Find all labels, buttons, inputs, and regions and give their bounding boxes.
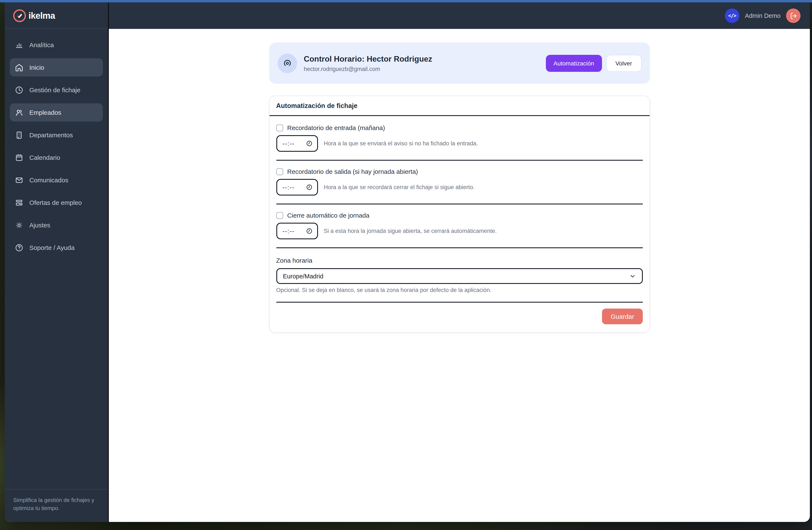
user-name: Admin Demo <box>745 12 781 19</box>
kanban-icon <box>15 198 24 207</box>
brand-check-icon <box>13 9 26 22</box>
employee-email: hector.rodriguezb@gmail.com <box>304 66 432 72</box>
clock-icon <box>306 184 312 190</box>
exit-time-input[interactable]: --:-- <box>276 179 318 195</box>
sidebar-item-label: Departamentos <box>29 131 73 138</box>
entry-reminder-checkbox[interactable] <box>276 124 283 131</box>
sidebar-item-ajustes[interactable]: Ajustes <box>10 216 103 234</box>
time-value: --:-- <box>282 140 295 147</box>
timezone-label: Zona horaria <box>276 257 642 264</box>
sidebar-item-inicio[interactable]: Inicio <box>10 58 103 76</box>
sidebar: ikelma Analítica Inicio Gestión de ficha… <box>5 2 109 522</box>
sidebar-item-comunicados[interactable]: Comunicados <box>10 171 103 189</box>
form-title: Automatización de fichaje <box>269 96 649 116</box>
exit-reminder-label: Recordatorio de salida (si hay jornada a… <box>287 168 418 175</box>
calendar-icon <box>15 153 24 162</box>
window-top-edge <box>0 0 812 2</box>
bar-chart-icon <box>15 41 24 49</box>
automation-button[interactable]: Automatización <box>546 55 602 72</box>
entry-helper-text: Hora a la que se enviará el aviso si no … <box>324 140 478 147</box>
auto-close-time-input[interactable]: --:-- <box>276 223 318 239</box>
auto-close-checkbox[interactable] <box>276 212 283 219</box>
employee-hero-card: Control Horario: Hector Rodriguez hector… <box>269 43 650 84</box>
entry-reminder-section: Recordatorio de entrada (mañana) --:-- H… <box>276 117 642 161</box>
time-value: --:-- <box>282 184 295 191</box>
top-bar: </> Admin Demo <box>109 2 810 29</box>
hero-actions: Automatización Volver <box>546 55 641 72</box>
sidebar-item-label: Gestión de fichaje <box>29 86 81 93</box>
form-body: Recordatorio de entrada (mañana) --:-- H… <box>269 116 649 303</box>
main-area: Control Horario: Hector Rodriguez hector… <box>109 29 810 522</box>
screen: ikelma Analítica Inicio Gestión de ficha… <box>0 0 812 530</box>
exit-helper-text: Hora a la que se recordará cerrar el fic… <box>324 184 475 190</box>
logout-icon <box>790 12 797 19</box>
exit-reminder-section: Recordatorio de salida (si hay jornada a… <box>276 161 642 204</box>
sidebar-item-analitica[interactable]: Analítica <box>10 36 103 54</box>
users-icon <box>15 108 24 117</box>
form-footer: Guardar <box>269 303 649 333</box>
page-title: Control Horario: Hector Rodriguez <box>304 54 432 63</box>
sidebar-item-label: Soporte / Ayuda <box>29 244 75 251</box>
home-icon <box>15 63 24 72</box>
exit-reminder-checkbox[interactable] <box>276 168 283 175</box>
sidebar-item-label: Analítica <box>29 41 54 48</box>
sidebar-item-label: Comunicados <box>29 176 68 183</box>
automation-form-card: Automatización de fichaje Recordatorio d… <box>269 95 650 333</box>
timezone-helper-text: Opcional. Si se deja en blanco, se usará… <box>276 287 642 293</box>
content-column: Control Horario: Hector Rodriguez hector… <box>269 43 650 333</box>
building-icon <box>15 131 24 139</box>
code-icon: </> <box>728 13 736 19</box>
sidebar-item-ofertas-empleo[interactable]: Ofertas de empleo <box>10 193 103 212</box>
time-value: --:-- <box>282 227 295 234</box>
sidebar-item-label: Ajustes <box>29 221 50 229</box>
logout-button[interactable] <box>786 9 800 23</box>
clock-icon <box>306 140 312 147</box>
app-window: ikelma Analítica Inicio Gestión de ficha… <box>5 2 810 522</box>
auto-close-label: Cierre automático de jornada <box>287 212 369 219</box>
clock-icon <box>306 228 312 234</box>
sidebar-nav: Analítica Inicio Gestión de fichaje Empl… <box>5 29 108 264</box>
hero-text: Control Horario: Hector Rodriguez hector… <box>304 54 432 72</box>
auto-close-helper-text: Si a esta hora la jornada sigue abierta,… <box>324 228 496 234</box>
mail-icon <box>15 176 24 184</box>
sidebar-item-label: Calendario <box>29 154 60 161</box>
sidebar-footer-tagline: Simplifica la gestión de fichajes y opti… <box>5 489 108 522</box>
auto-close-section: Cierre automático de jornada --:-- Si a … <box>276 204 642 248</box>
timezone-block: Zona horaria Europe/Madrid Opcional. Si … <box>276 248 642 303</box>
right-column: </> Admin Demo Control Horario: Hector <box>109 2 810 522</box>
sidebar-item-label: Inicio <box>29 64 44 71</box>
timezone-select[interactable]: Europe/Madrid <box>276 268 642 284</box>
chevron-down-icon <box>629 273 636 279</box>
code-button[interactable]: </> <box>725 9 739 23</box>
sidebar-spacer <box>5 264 108 489</box>
save-button[interactable]: Guardar <box>602 309 642 324</box>
entry-reminder-label: Recordatorio de entrada (mañana) <box>287 124 385 131</box>
sidebar-item-calendario[interactable]: Calendario <box>10 148 103 167</box>
sun-settings-icon <box>15 221 24 229</box>
timezone-value: Europe/Madrid <box>283 273 323 279</box>
entry-time-input[interactable]: --:-- <box>276 135 318 152</box>
brand-name: ikelma <box>28 11 55 20</box>
brand-logo[interactable]: ikelma <box>5 2 108 29</box>
target-icon <box>277 53 297 73</box>
sidebar-item-empleados[interactable]: Empleados <box>10 103 103 121</box>
help-circle-icon <box>15 243 24 252</box>
clock-icon <box>15 86 24 94</box>
sidebar-item-departamentos[interactable]: Departamentos <box>10 126 103 144</box>
sidebar-item-label: Empleados <box>29 109 61 116</box>
sidebar-item-soporte-ayuda[interactable]: Soporte / Ayuda <box>10 238 103 257</box>
back-button[interactable]: Volver <box>606 55 641 72</box>
sidebar-item-gestion-fichaje[interactable]: Gestión de fichaje <box>10 81 103 99</box>
sidebar-item-label: Ofertas de empleo <box>29 199 82 206</box>
